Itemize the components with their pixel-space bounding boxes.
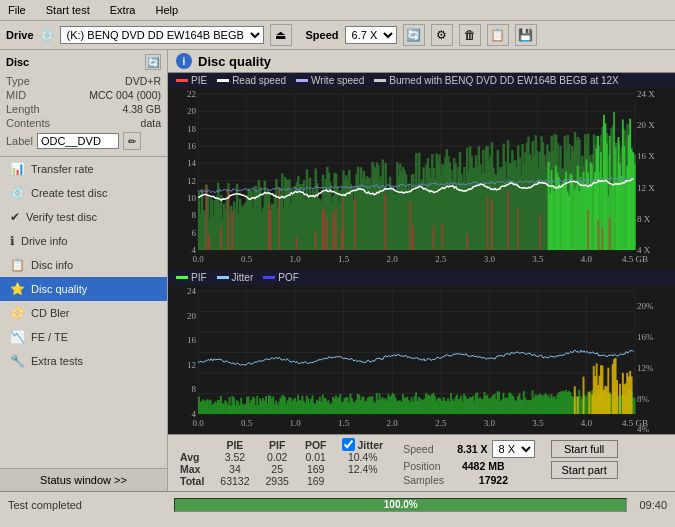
menu-start-test[interactable]: Start test [42,3,94,17]
status-window-button[interactable]: Status window >> [0,468,167,491]
nav-cd-bler-label: CD Bler [31,307,70,319]
nav-transfer-rate-label: Transfer rate [31,163,94,175]
stats-table-container: PIE PIF POF Jitter [172,438,391,487]
stats-right-panel: Speed 8.31 X 8 X Position 4482 MB Sample… [395,438,542,488]
stats-table: PIE PIF POF Jitter [172,438,391,487]
disc-quality-icon: ⭐ [10,282,25,296]
nav-disc-quality[interactable]: ⭐ Disc quality [0,277,167,301]
copy-button[interactable]: 📋 [487,24,509,46]
mid-label: MID [6,89,26,101]
sidebar: Disc 🔄 Type DVD+R MID MCC 004 (000) Leng… [0,50,168,491]
settings-button[interactable]: ⚙ [431,24,453,46]
menu-file[interactable]: File [4,3,30,17]
label-key: Label [6,135,33,147]
col-header-empty [172,438,212,451]
nav-extra-tests[interactable]: 🔧 Extra tests [0,349,167,373]
legend-pif: PIF [176,272,207,283]
transfer-rate-icon: 📊 [10,162,25,176]
total-pie: 63132 [212,475,257,487]
legend-read-speed: Read speed [217,75,286,86]
verify-disc-icon: ✔ [10,210,20,224]
drive-label: Drive [6,29,34,41]
stats-avg-row: Avg 3.52 0.02 0.01 10.4% [172,451,391,463]
jitter-legend-label: Jitter [232,272,254,283]
create-disc-icon: 💿 [10,186,25,200]
erase-button[interactable]: 🗑 [459,24,481,46]
nav-cd-bler[interactable]: 📀 CD Bler [0,301,167,325]
jitter-checkbox[interactable] [342,438,355,451]
burned-color [374,79,386,82]
dq-header: i Disc quality [168,50,675,73]
pof-color [263,276,275,279]
nav-disc-quality-label: Disc quality [31,283,87,295]
drive-info-icon: ℹ [10,234,15,248]
refresh-button[interactable]: 🔄 [403,24,425,46]
nav-drive-info[interactable]: ℹ Drive info [0,229,167,253]
total-pof: 169 [297,475,335,487]
samples-label: Samples [403,474,444,486]
stats-max-row: Max 34 25 169 12.4% [172,463,391,475]
nav-disc-info[interactable]: 📋 Disc info [0,253,167,277]
nav-fe-te-label: FE / TE [31,331,68,343]
speed-dropdown[interactable]: 8 X [492,440,535,458]
menu-extra[interactable]: Extra [106,3,140,17]
sidebar-nav: 📊 Transfer rate 💿 Create test disc ✔ Ver… [0,157,167,468]
progress-text: 100.0% [175,499,626,511]
samples-val: 17922 [448,474,508,486]
progress-bar: 100.0% [174,498,627,512]
type-label: Type [6,75,30,87]
avg-pof: 0.01 [297,451,335,463]
nav-transfer-rate[interactable]: 📊 Transfer rate [0,157,167,181]
stats-total-row: Total 63132 2935 169 [172,475,391,487]
write-speed-legend-label: Write speed [311,75,364,86]
disc-info-icon: 📋 [10,258,25,272]
speed-stat-label: Speed [403,443,433,455]
start-full-button[interactable]: Start full [551,440,618,458]
eject-button[interactable]: ⏏ [270,24,292,46]
total-label: Total [172,475,212,487]
upper-legend: PIE Read speed Write speed Burned with B… [168,73,675,88]
speed-stat-val: 8.31 X [438,443,488,455]
stats-panel: PIE PIF POF Jitter [168,434,675,491]
dq-icon: i [176,53,192,69]
label-input[interactable] [37,133,119,149]
max-label: Max [172,463,212,475]
menu-help[interactable]: Help [151,3,182,17]
pie-legend-label: PIE [191,75,207,86]
speed-row: Speed 8.31 X 8 X [403,440,534,458]
nav-fe-te[interactable]: 📉 FE / TE [0,325,167,349]
nav-extra-tests-label: Extra tests [31,355,83,367]
drive-select[interactable]: (K:) BENQ DVD DD EW164B BEGB [60,26,264,44]
type-val: DVD+R [125,75,161,87]
length-val: 4.38 GB [122,103,161,115]
pie-color [176,79,188,82]
jitter-color [217,276,229,279]
menubar: File Start test Extra Help [0,0,675,21]
extra-tests-icon: 🔧 [10,354,25,368]
contents-label: Contents [6,117,50,129]
nav-create-test-disc[interactable]: 💿 Create test disc [0,181,167,205]
avg-label: Avg [172,451,212,463]
mid-val: MCC 004 (000) [89,89,161,101]
nav-verify-test-disc[interactable]: ✔ Verify test disc [0,205,167,229]
total-pif: 2935 [258,475,297,487]
drive-icon: 💿 [40,29,54,42]
disc-refresh-button[interactable]: 🔄 [145,54,161,70]
avg-jitter: 10.4% [334,451,391,463]
jitter-checkbox-label[interactable]: Jitter [342,438,383,451]
fe-te-icon: 📉 [10,330,25,344]
start-part-button[interactable]: Start part [551,461,618,479]
col-header-pof: POF [297,438,335,451]
position-row: Position 4482 MB [403,460,534,472]
time-display: 09:40 [631,499,675,511]
burned-legend-label: Burned with BENQ DVD DD EW164B BEGB at 1… [389,75,619,86]
statusbar: Test completed 100.0% 09:40 [0,491,675,517]
samples-row: Samples 17922 [403,474,534,486]
length-label: Length [6,103,40,115]
save-button[interactable]: 💾 [515,24,537,46]
disc-panel: Disc 🔄 Type DVD+R MID MCC 004 (000) Leng… [0,50,167,157]
speed-select-main[interactable]: 6.7 X [345,26,397,44]
write-speed-color [296,79,308,82]
label-edit-button[interactable]: ✏ [123,132,141,150]
speed-label: Speed [306,29,339,41]
